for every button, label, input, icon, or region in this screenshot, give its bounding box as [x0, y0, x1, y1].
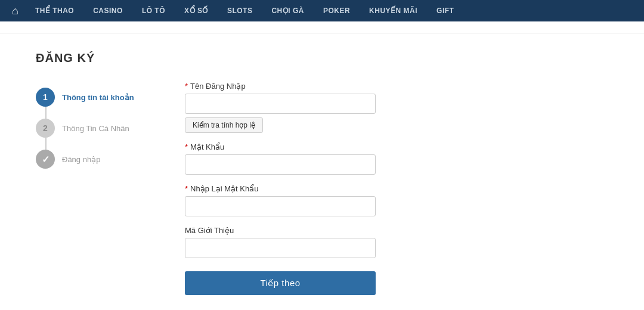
referral-group: Mã Giới Thiệu	[185, 226, 376, 258]
nav-item-gift[interactable]: GIFT	[427, 0, 463, 21]
nav-item-xo-so[interactable]: XỔ SỐ	[175, 0, 218, 21]
home-icon[interactable]: ⌂	[5, 5, 26, 17]
step-1-label: Thông tin tài khoản	[62, 93, 134, 102]
password-required-star: *	[185, 142, 188, 151]
confirm-password-input[interactable]	[185, 196, 376, 216]
subheader	[0, 21, 644, 33]
content-wrapper: 1 Thông tin tài khoản 2 Thông Tin Cá Nhâ…	[36, 82, 608, 295]
step-2: 2 Thông Tin Cá Nhân	[36, 113, 149, 144]
step-3: ✓ Đăng nhập	[36, 144, 149, 175]
step-3-circle: ✓	[36, 150, 55, 169]
nav-item-casino[interactable]: CASINO	[83, 0, 132, 21]
step-2-label: Thông Tin Cá Nhân	[62, 124, 129, 133]
username-group: *Tên Đăng Nhập Kiểm tra tính hợp lệ	[185, 82, 376, 133]
main-content: ĐĂNG KÝ 1 Thông tin tài khoản 2 Thông Ti…	[0, 33, 644, 310]
step-3-label: Đăng nhập	[62, 155, 100, 164]
password-label: *Mật Khẩu	[185, 142, 376, 151]
referral-label: Mã Giới Thiệu	[185, 226, 376, 235]
confirm-password-label: *Nhập Lại Mật Khẩu	[185, 184, 376, 193]
password-input[interactable]	[185, 154, 376, 175]
step-1: 1 Thông tin tài khoản	[36, 82, 149, 113]
steps-sidebar: 1 Thông tin tài khoản 2 Thông Tin Cá Nhâ…	[36, 82, 149, 295]
submit-button[interactable]: Tiếp theo	[185, 271, 376, 295]
username-input[interactable]	[185, 94, 376, 114]
username-label: *Tên Đăng Nhập	[185, 82, 376, 91]
page-title: ĐĂNG KÝ	[36, 51, 608, 65]
nav-item-choi-ga[interactable]: CHỌI GÀ	[262, 0, 314, 21]
nav-item-lo-to[interactable]: LÔ TÔ	[132, 0, 175, 21]
nav-item-poker[interactable]: POKER	[314, 0, 360, 21]
confirm-password-required-star: *	[185, 184, 188, 193]
main-nav: ⌂ THỂ THAO CASINO LÔ TÔ XỔ SỐ SLOTS CHỌI…	[0, 0, 644, 21]
nav-item-the-thao[interactable]: THỂ THAO	[26, 0, 83, 21]
nav-item-slots[interactable]: SLOTS	[218, 0, 262, 21]
confirm-password-group: *Nhập Lại Mật Khẩu	[185, 184, 376, 216]
check-validity-button[interactable]: Kiểm tra tính hợp lệ	[185, 117, 263, 133]
referral-input[interactable]	[185, 238, 376, 258]
step-1-circle: 1	[36, 88, 55, 107]
password-group: *Mật Khẩu	[185, 142, 376, 175]
registration-form: *Tên Đăng Nhập Kiểm tra tính hợp lệ *Mật…	[185, 82, 376, 295]
username-required-star: *	[185, 82, 188, 91]
step-2-circle: 2	[36, 119, 55, 138]
nav-item-khuyen-mai[interactable]: KHUYẾN MÃI	[360, 0, 427, 21]
